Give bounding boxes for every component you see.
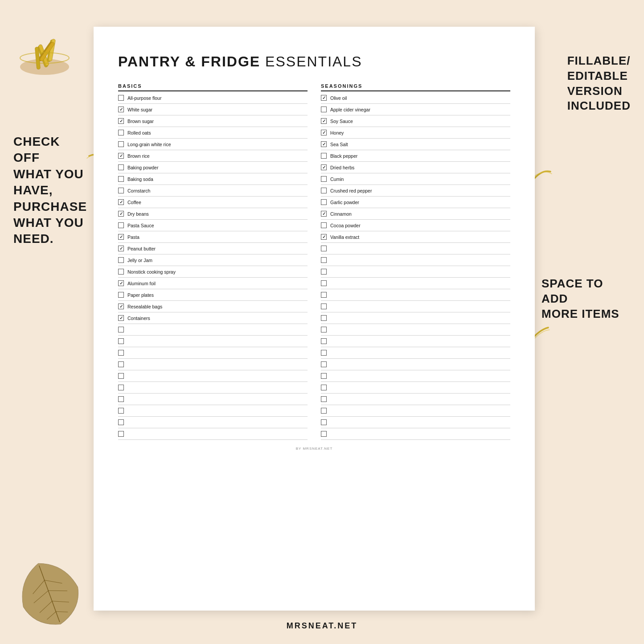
checkbox[interactable] [118,118,124,124]
checkbox-empty[interactable] [321,408,327,414]
checkbox[interactable] [321,107,327,112]
checkbox-empty[interactable] [321,257,327,263]
checkbox-empty[interactable] [118,385,124,390]
checkbox[interactable] [321,176,327,182]
checkbox[interactable] [118,222,124,228]
seasonings-empty-item[interactable] [321,428,510,440]
basics-item[interactable]: Pasta Sauce [118,220,308,231]
basics-item[interactable]: Containers [118,312,308,324]
checkbox-empty[interactable] [321,269,327,275]
seasonings-empty-item[interactable] [321,278,510,289]
checkbox[interactable] [321,118,327,124]
checkbox[interactable] [118,107,124,112]
checkbox-empty[interactable] [321,315,327,321]
checkbox-empty[interactable] [118,396,124,402]
basics-item[interactable]: Rolled oats [118,127,308,139]
seasonings-item[interactable]: Dried herbs [321,162,510,173]
seasonings-empty-item[interactable] [321,359,510,370]
checkbox-empty[interactable] [118,350,124,356]
checkbox[interactable] [118,141,124,147]
checkbox[interactable] [118,315,124,321]
checkbox[interactable] [321,211,327,217]
basics-empty-item[interactable] [118,336,308,347]
seasonings-empty-item[interactable] [321,417,510,428]
basics-item[interactable]: White sugar [118,104,308,115]
seasonings-item[interactable]: Garlic powder [321,197,510,208]
checkbox-empty[interactable] [321,350,327,356]
checkbox[interactable] [118,269,124,275]
seasonings-empty-item[interactable] [321,382,510,394]
basics-item[interactable]: Pasta [118,231,308,243]
checkbox[interactable] [321,199,327,205]
seasonings-empty-item[interactable] [321,312,510,324]
checkbox-empty[interactable] [321,338,327,344]
basics-item[interactable]: Coffee [118,197,308,208]
seasonings-item[interactable]: Black pepper [321,150,510,162]
basics-empty-item[interactable] [118,405,308,417]
basics-item[interactable]: Aluminum foil [118,278,308,289]
checkbox-empty[interactable] [321,396,327,402]
checkbox[interactable] [321,164,327,170]
checkbox-empty[interactable] [321,385,327,390]
checkbox-empty[interactable] [321,292,327,298]
basics-empty-item[interactable] [118,370,308,382]
basics-item[interactable]: Jelly or Jam [118,254,308,266]
checkbox[interactable] [118,199,124,205]
checkbox[interactable] [118,164,124,170]
basics-empty-item[interactable] [118,359,308,370]
checkbox[interactable] [118,246,124,251]
checkbox-empty[interactable] [118,408,124,414]
seasonings-item[interactable]: Honey [321,127,510,139]
checkbox-empty[interactable] [118,338,124,344]
checkbox-empty[interactable] [321,419,327,425]
seasonings-empty-item[interactable] [321,301,510,312]
seasonings-empty-item[interactable] [321,243,510,254]
seasonings-empty-item[interactable] [321,370,510,382]
checkbox[interactable] [118,176,124,182]
checkbox-empty[interactable] [321,304,327,309]
seasonings-empty-item[interactable] [321,266,510,278]
basics-item[interactable]: Peanut butter [118,243,308,254]
seasonings-item[interactable]: Cocoa powder [321,220,510,231]
seasonings-empty-item[interactable] [321,336,510,347]
basics-item[interactable]: Baking powder [118,162,308,173]
basics-empty-item[interactable] [118,382,308,394]
basics-item[interactable]: Brown sugar [118,115,308,127]
checkbox-empty[interactable] [321,327,327,332]
checkbox[interactable] [118,280,124,286]
checkbox[interactable] [321,130,327,135]
basics-item[interactable]: All-purpose flour [118,92,308,104]
checkbox-empty[interactable] [321,246,327,251]
seasonings-item[interactable]: Olive oil [321,92,510,104]
seasonings-empty-item[interactable] [321,394,510,405]
seasonings-item[interactable]: Cumin [321,173,510,185]
checkbox-empty[interactable] [321,361,327,367]
seasonings-item[interactable]: Cinnamon [321,208,510,220]
seasonings-item[interactable]: Sea Salt [321,139,510,150]
checkbox-empty[interactable] [321,373,327,379]
checkbox-empty[interactable] [118,373,124,379]
seasonings-item[interactable]: Apple cider vinegar [321,104,510,115]
checkbox[interactable] [118,257,124,263]
basics-item[interactable]: Brown rice [118,150,308,162]
checkbox-empty[interactable] [118,431,124,437]
checkbox[interactable] [321,188,327,193]
seasonings-empty-item[interactable] [321,324,510,336]
checkbox[interactable] [321,222,327,228]
checkbox[interactable] [321,141,327,147]
basics-item[interactable]: Nonstick cooking spray [118,266,308,278]
basics-empty-item[interactable] [118,417,308,428]
checkbox-empty[interactable] [321,431,327,437]
checkbox[interactable] [321,95,327,101]
basics-item[interactable]: Cornstarch [118,185,308,197]
checkbox[interactable] [118,188,124,193]
basics-empty-item[interactable] [118,324,308,336]
checkbox[interactable] [118,292,124,298]
basics-item[interactable]: Long-grain white rice [118,139,308,150]
seasonings-empty-item[interactable] [321,254,510,266]
seasonings-empty-item[interactable] [321,289,510,301]
checkbox-empty[interactable] [118,361,124,367]
checkbox[interactable] [118,95,124,101]
basics-empty-item[interactable] [118,428,308,440]
checkbox[interactable] [118,211,124,217]
